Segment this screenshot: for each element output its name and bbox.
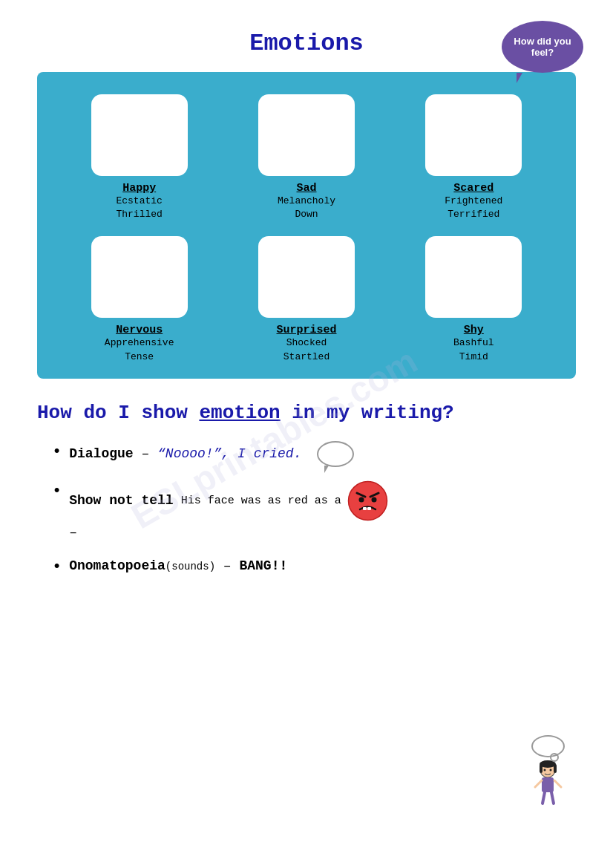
show-not-tell-example: His face was as red as a [181, 493, 341, 509]
svg-rect-5 [363, 507, 367, 510]
onomatopoeia-keyword: Onomatopoeia [69, 558, 165, 573]
emotion-synonyms-scared: Frightened Terrified [445, 195, 502, 221]
girl-figure-icon [528, 760, 568, 809]
thought-bubble-icon [531, 735, 565, 757]
emotion-cell-scared: Scared Frightened Terrified [401, 94, 546, 221]
svg-rect-9 [540, 764, 542, 773]
svg-point-4 [371, 497, 376, 502]
show-not-tell-dash: – [69, 523, 576, 543]
show-not-tell-row: Show not tell His face was as red as a [69, 480, 576, 521]
emotion-cell-shy: Shy Bashful Timid [401, 236, 546, 363]
dialogue-connector: – [134, 446, 157, 461]
emotions-box: Happy Ecstatic Thrilled Sad Melancholy D… [37, 72, 576, 379]
emotion-label-sad: Sad [296, 182, 316, 195]
bullet-content-show: Show not tell His face was as red as a [69, 480, 576, 543]
how-title: How do I show emotion in my writing? [37, 401, 576, 426]
how-title-part2: in my writing? [281, 402, 454, 424]
emotion-label-scared: Scared [453, 182, 494, 195]
dialogue-example: “Noooo!”, I cried. [157, 446, 301, 461]
emotion-cell-nervous: Nervous Apprehensive Tense [67, 236, 212, 363]
bullet-content-dialogue: Dialogue – “Noooo!”, I cried. [69, 441, 576, 467]
speech-bubble-top: How did you feel? [502, 21, 583, 73]
onomatopoeia-bang: BANG!! [239, 558, 287, 573]
emotion-label-nervous: Nervous [116, 324, 163, 336]
speech-bubble-text: How did you feel? [508, 36, 577, 58]
page: ESLprintables.com How did you feel? Emot… [0, 0, 613, 868]
bullet-content-onomatopoeia: Onomatopoeia(sounds) – BANG!! [69, 556, 576, 576]
how-title-part1: How do I show [37, 402, 199, 424]
svg-point-12 [550, 769, 552, 771]
svg-point-0 [348, 481, 387, 520]
onomatopoeia-sounds: (sounds) [165, 561, 215, 572]
bullet-dot-1: • [52, 443, 62, 461]
onomatopoeia-connector: – [215, 558, 239, 573]
svg-rect-6 [367, 507, 371, 510]
page-title: Emotions [37, 30, 576, 57]
emotion-cell-sad: Sad Melancholy Down [234, 94, 378, 221]
emotion-image-shy [425, 236, 522, 318]
emotion-label-surprised: Surprised [276, 324, 336, 336]
svg-rect-13 [542, 777, 554, 792]
bullet-onomatopoeia: • Onomatopoeia(sounds) – BANG!! [52, 556, 576, 576]
emotion-cell-happy: Happy Ecstatic Thrilled [67, 94, 212, 221]
emotion-image-sad [258, 94, 355, 176]
emotion-image-happy [91, 94, 188, 176]
bullet-section: • Dialogue – “Noooo!”, I cried. • Show n… [52, 441, 576, 576]
emotion-label-happy: Happy [122, 182, 156, 195]
emotion-synonyms-shy: Bashful Timid [453, 336, 494, 363]
svg-line-14 [535, 780, 542, 787]
emotions-grid: Happy Ecstatic Thrilled Sad Melancholy D… [67, 94, 546, 364]
show-not-tell-keyword: Show not tell [69, 491, 173, 511]
bullet-dialogue: • Dialogue – “Noooo!”, I cried. [52, 441, 576, 467]
dialogue-keyword: Dialogue [69, 446, 133, 461]
bullet-show-not-tell: • Show not tell His face was as red as a [52, 480, 576, 543]
emotion-image-surprised [258, 236, 355, 318]
bullet-dot-3: • [52, 558, 62, 576]
emotion-synonyms-happy: Ecstatic Thrilled [116, 195, 162, 221]
how-title-underline: emotion [199, 402, 280, 424]
bullet-dot-2: • [52, 482, 62, 500]
svg-line-15 [554, 780, 561, 787]
how-section: How do I show emotion in my writing? • D… [37, 401, 576, 576]
emotion-synonyms-surprised: Shocked Startled [283, 336, 330, 363]
emotion-synonyms-sad: Melancholy Down [278, 195, 335, 221]
bottom-figure [528, 735, 568, 809]
emotion-label-shy: Shy [464, 324, 484, 336]
svg-point-11 [544, 769, 546, 771]
emotion-cell-surprised: Surprised Shocked Startled [234, 236, 378, 363]
svg-line-17 [551, 792, 554, 803]
svg-line-16 [542, 792, 545, 803]
angry-face-icon [347, 480, 388, 521]
emotion-image-nervous [91, 236, 188, 318]
emotion-synonyms-nervous: Apprehensive Tense [105, 336, 174, 363]
svg-rect-10 [554, 764, 557, 773]
speech-bubble-small [317, 441, 354, 467]
emotion-image-scared [425, 94, 522, 176]
svg-point-3 [358, 497, 364, 502]
